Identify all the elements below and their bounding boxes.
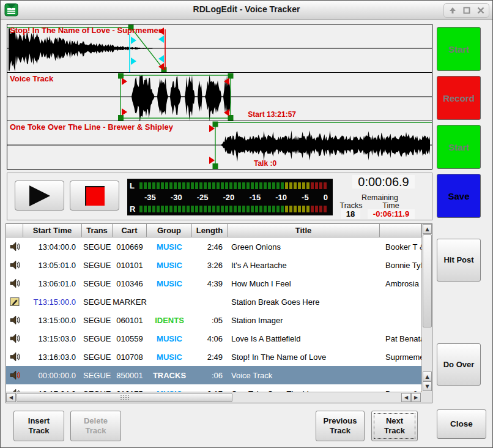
transition-cell: SEGUE	[82, 297, 113, 307]
waveform-editor: Stop! In The Name of Love - Suprmemes Vo…	[7, 24, 432, 170]
meter-segment	[306, 206, 310, 212]
length-cell: 2:46	[192, 242, 228, 252]
previous-track-button[interactable]: Previous Track	[316, 411, 365, 441]
meter-segment	[247, 206, 250, 212]
column-header-cart[interactable]: Cart	[113, 224, 147, 237]
meter-segment	[315, 206, 318, 212]
segue-end-marker[interactable]	[158, 35, 164, 43]
window-controls	[443, 3, 489, 18]
meter-segment	[204, 182, 207, 189]
delete-track-button[interactable]: Delete Track	[70, 411, 121, 441]
event-type-icon	[6, 297, 23, 307]
transition-cell: SEGUE	[82, 279, 113, 288]
column-header-trans[interactable]: Trans	[82, 224, 113, 237]
column-header-start-time[interactable]: Start Time	[23, 224, 82, 237]
log-event-row[interactable]: 13:15:03.0SEGUE010559MUSIC4:06Love Is A …	[6, 329, 432, 348]
column-header-title[interactable]: Title	[228, 224, 380, 237]
start-handle[interactable]	[213, 163, 218, 169]
meter-segment	[152, 182, 155, 189]
event-type-icon	[6, 352, 23, 362]
horizontal-scrollbar[interactable]: ◀ ◀ ▶	[6, 392, 421, 403]
scroll-right-icon[interactable]: ▶	[411, 393, 421, 402]
voice-track-title: Voice Track	[10, 74, 53, 83]
log-event-row[interactable]: 13:05:01.0SEGUE010101MUSIC3:26It's A Hea…	[6, 256, 432, 274]
column-header-blank[interactable]	[6, 224, 23, 237]
close-window-icon[interactable]	[473, 5, 487, 16]
length-cell: 3:26	[192, 261, 228, 270]
play-button[interactable]	[15, 181, 64, 211]
start-time-cell: 13:05:01.0	[23, 261, 82, 270]
meter-scale-tick: -5	[302, 193, 309, 202]
scroll-left-icon[interactable]: ◀	[6, 393, 16, 402]
scroll-left-icon[interactable]: ◀	[401, 393, 411, 402]
stop-button[interactable]	[70, 181, 119, 211]
scroll-up-icon[interactable]: ▲	[423, 224, 432, 234]
meter-segment	[221, 182, 224, 189]
log-event-row[interactable]: 00:00:00.0SEGUE850001TRACKS:06Voice Trac…	[6, 366, 432, 384]
column-header-blank[interactable]	[380, 224, 421, 237]
transition-cell: SEGUE	[82, 316, 113, 325]
region-handle[interactable]	[228, 73, 234, 79]
scroll-down-icon[interactable]: ▼	[423, 381, 432, 391]
event-type-icon	[6, 260, 23, 270]
start-outgoing-button[interactable]: Start	[437, 27, 481, 71]
outgoing-track-title: Stop! In The Name of Love - Suprmemes	[10, 26, 163, 35]
start-marker[interactable]	[209, 157, 215, 164]
meter-segment	[315, 182, 318, 189]
vertical-scrollbar[interactable]: ▲ ▲ ▼	[421, 224, 432, 392]
log-event-row[interactable]: 13:15:00.0SEGUE060101IDENTS:05Station Im…	[6, 311, 432, 329]
hit-post-button[interactable]: Hit Post	[437, 239, 481, 282]
save-button[interactable]: Save	[437, 174, 481, 218]
track-panel-voice: Voice Track Start 13:21:57	[7, 72, 432, 121]
segue-end-marker[interactable]	[158, 55, 164, 62]
meter-segment	[306, 182, 310, 189]
insert-track-button[interactable]: Insert Track	[13, 411, 64, 441]
do-over-button[interactable]: Do Over	[437, 343, 481, 386]
maximize-window-icon[interactable]	[459, 5, 473, 16]
cart-number-cell: 060101	[113, 316, 147, 325]
log-event-row[interactable]: 13:04:00.0SEGUE010669MUSIC2:46Green Onio…	[6, 237, 432, 256]
meter-segment	[276, 182, 280, 189]
meter-segment	[242, 182, 245, 189]
region-handle[interactable]	[118, 115, 124, 121]
start-marker[interactable]	[122, 78, 127, 85]
segue-start-marker[interactable]	[131, 37, 136, 44]
region-handle[interactable]	[228, 115, 234, 121]
meter-segment	[251, 182, 254, 189]
vertical-scroll-thumb[interactable]	[423, 234, 432, 327]
log-event-row[interactable]: 13:17:04.0SEGUE010175MUSIC3:17One Toke O…	[6, 384, 432, 392]
scroll-up-icon[interactable]: ▲	[423, 371, 432, 381]
meter-segment	[191, 206, 194, 212]
play-icon	[29, 185, 50, 206]
meter-segment	[174, 206, 177, 212]
shade-window-icon[interactable]	[445, 5, 459, 16]
meter-segment	[217, 206, 220, 212]
remaining-label: Remaining	[343, 193, 417, 202]
close-button[interactable]: Close	[437, 409, 486, 439]
region-handle[interactable]	[118, 73, 124, 79]
event-type-icon	[6, 315, 23, 325]
meter-segment	[187, 182, 190, 189]
start-marker[interactable]	[122, 108, 127, 116]
log-event-row[interactable]: 13:16:03.0SEGUE010708MUSIC2:49Stop! In T…	[6, 348, 432, 366]
horizontal-scroll-thumb[interactable]	[17, 393, 232, 402]
transition-cell: SEGUE	[82, 353, 113, 362]
meter-segment	[208, 182, 211, 189]
meter-segment	[195, 182, 198, 189]
meter-segment	[319, 182, 322, 189]
log-event-row[interactable]: 13:06:01.0SEGUE010346MUSIC4:39How Much I…	[6, 274, 432, 293]
voice-start-annotation: Start 13:21:57	[248, 110, 296, 119]
meter-segment	[302, 182, 305, 189]
voice-waveform	[7, 73, 432, 121]
column-header-group[interactable]: Group	[147, 224, 192, 237]
start-incoming-button[interactable]: Start	[437, 125, 481, 169]
column-header-length[interactable]: Length	[192, 224, 228, 237]
title-cell: How Much I Feel	[228, 279, 380, 288]
next-track-button[interactable]: Next Track	[371, 411, 418, 441]
log-event-row[interactable]: T13:15:00.0SEGUEMARKERStation Break Goes…	[6, 293, 432, 311]
record-button[interactable]: Record	[437, 76, 481, 120]
cart-number-cell: MARKER	[113, 297, 147, 307]
start-handle[interactable]	[213, 122, 218, 127]
segue-start-marker[interactable]	[131, 58, 136, 65]
meter-segment	[251, 206, 254, 212]
